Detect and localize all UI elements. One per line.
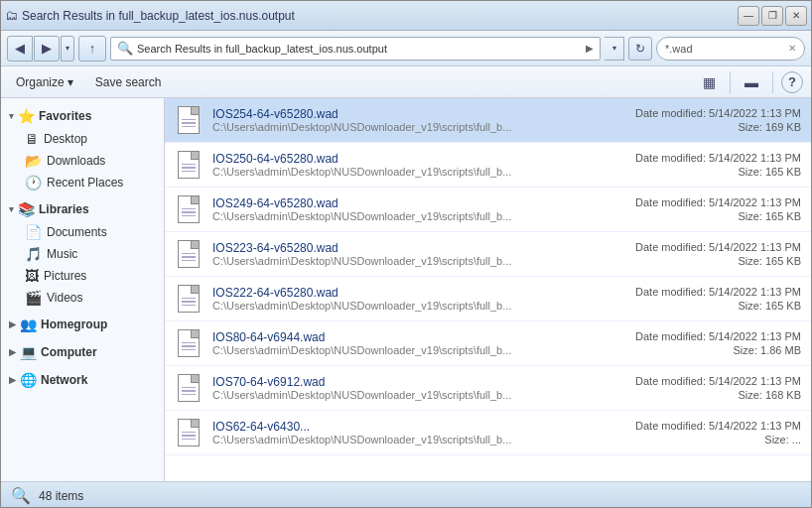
- file-path: C:\Users\admin\Desktop\NUSDownloader_v19…: [212, 300, 625, 312]
- file-info: IOS222-64-v65280.wad C:\Users\admin\Desk…: [212, 286, 625, 312]
- homegroup-header[interactable]: ▶ 👥 Homegroup: [1, 313, 164, 336]
- file-item[interactable]: IOS249-64-v65280.wad C:\Users\admin\Desk…: [165, 188, 811, 232]
- documents-icon: 📄: [25, 224, 42, 240]
- address-field[interactable]: 🔍 Search Results in full_backup_latest_i…: [110, 37, 601, 61]
- nav-buttons: ◀ ▶ ▾: [7, 36, 74, 62]
- file-path: C:\Users\admin\Desktop\NUSDownloader_v19…: [212, 389, 625, 401]
- file-icon-inner: [178, 151, 200, 179]
- music-label: Music: [47, 247, 77, 261]
- file-name: IOS254-64-v65280.wad: [212, 107, 625, 121]
- toolbar: Organize ▾ Save search ▦ ▬ ?: [1, 66, 811, 98]
- file-item[interactable]: IOS250-64-v65280.wad C:\Users\admin\Desk…: [165, 143, 811, 188]
- file-path: C:\Users\admin\Desktop\NUSDownloader_v19…: [212, 255, 625, 267]
- view-list-button[interactable]: ▬: [739, 69, 764, 95]
- file-info: IOS80-64-v6944.wad C:\Users\admin\Deskto…: [212, 330, 625, 356]
- file-item[interactable]: IOS223-64-v65280.wad C:\Users\admin\Desk…: [165, 232, 811, 277]
- file-icon: [175, 149, 203, 181]
- computer-header[interactable]: ▶ 💻 Computer: [1, 340, 164, 364]
- file-size: Size: 1.86 MB: [635, 344, 801, 356]
- sidebar-item-videos[interactable]: 🎬 Videos: [1, 287, 164, 309]
- file-date: Date modified: 5/14/2022 1:13 PM: [635, 196, 801, 208]
- search-value[interactable]: *.wad: [665, 43, 784, 55]
- status-search-icon: 🔍: [11, 486, 31, 505]
- documents-label: Documents: [47, 225, 107, 239]
- libraries-icon: 📚: [18, 201, 35, 217]
- organize-label: Organize: [16, 75, 65, 89]
- file-item[interactable]: IOS80-64-v6944.wad C:\Users\admin\Deskto…: [165, 321, 811, 366]
- sidebar-item-recent[interactable]: 🕐 Recent Places: [1, 172, 164, 193]
- close-button[interactable]: ✕: [785, 6, 807, 26]
- libraries-section: ▾ 📚 Libraries 📄 Documents 🎵 Music 🖼 Pict…: [1, 197, 164, 309]
- file-item[interactable]: IOS254-64-v65280.wad C:\Users\admin\Desk…: [165, 98, 811, 143]
- file-icon-lines: [182, 387, 196, 398]
- file-date: Date modified: 5/14/2022 1:13 PM: [635, 241, 801, 253]
- file-icon: [175, 327, 203, 359]
- title-bar: 🗂 Search Results in full_backup_latest_i…: [1, 1, 811, 31]
- forward-button[interactable]: ▶: [34, 36, 60, 62]
- network-expand-icon: ▶: [9, 375, 16, 385]
- organize-button[interactable]: Organize ▾: [9, 69, 80, 95]
- file-icon-inner: [178, 374, 200, 402]
- sidebar-item-documents[interactable]: 📄 Documents: [1, 221, 164, 243]
- file-meta: Date modified: 5/14/2022 1:13 PM Size: 1…: [635, 107, 801, 133]
- up-button[interactable]: ↑: [78, 36, 106, 62]
- file-item[interactable]: IOS70-64-v6912.wad C:\Users\admin\Deskto…: [165, 366, 811, 411]
- save-search-label: Save search: [95, 75, 162, 89]
- address-dropdown-button[interactable]: ▾: [605, 37, 624, 61]
- libraries-label: Libraries: [39, 202, 89, 216]
- videos-icon: 🎬: [25, 290, 42, 306]
- file-list: IOS254-64-v65280.wad C:\Users\admin\Desk…: [165, 98, 811, 481]
- file-size: Size: ...: [635, 434, 801, 445]
- favorites-header[interactable]: ▾ ⭐ Favorites: [1, 104, 164, 128]
- window-icon: 🗂: [5, 8, 18, 23]
- back-button[interactable]: ◀: [7, 36, 33, 62]
- file-info: IOS70-64-v6912.wad C:\Users\admin\Deskto…: [212, 375, 625, 401]
- file-date: Date modified: 5/14/2022 1:13 PM: [635, 330, 801, 342]
- search-clear-button[interactable]: ✕: [788, 43, 796, 54]
- help-button[interactable]: ?: [781, 71, 803, 93]
- recent-icon: 🕐: [25, 175, 42, 190]
- sidebar-item-downloads[interactable]: 📂 Downloads: [1, 150, 164, 172]
- file-item[interactable]: IOS62-64-v6430... C:\Users\admin\Desktop…: [165, 411, 811, 455]
- file-date: Date modified: 5/14/2022 1:13 PM: [635, 107, 801, 119]
- pictures-label: Pictures: [44, 269, 86, 283]
- desktop-label: Desktop: [44, 132, 87, 146]
- file-icon: [175, 104, 203, 136]
- address-arrow-icon: ▶: [586, 43, 594, 54]
- libraries-header[interactable]: ▾ 📚 Libraries: [1, 197, 164, 221]
- network-section: ▶ 🌐 Network: [1, 368, 164, 392]
- minimize-button[interactable]: —: [738, 6, 759, 26]
- file-date: Date modified: 5/14/2022 1:13 PM: [635, 152, 801, 164]
- title-bar-left: 🗂 Search Results in full_backup_latest_i…: [5, 8, 295, 23]
- search-box: *.wad ✕: [656, 37, 805, 61]
- view-toggle-button[interactable]: ▦: [696, 69, 722, 95]
- file-item[interactable]: IOS222-64-v65280.wad C:\Users\admin\Desk…: [165, 277, 811, 321]
- sidebar: ▾ ⭐ Favorites 🖥 Desktop 📂 Downloads 🕐 Re…: [1, 98, 165, 481]
- network-header[interactable]: ▶ 🌐 Network: [1, 368, 164, 392]
- sidebar-item-pictures[interactable]: 🖼 Pictures: [1, 265, 164, 287]
- nav-dropdown-button[interactable]: ▾: [61, 36, 74, 62]
- main-layout: ▾ ⭐ Favorites 🖥 Desktop 📂 Downloads 🕐 Re…: [1, 98, 811, 481]
- recent-label: Recent Places: [47, 176, 123, 190]
- file-info: IOS62-64-v6430... C:\Users\admin\Desktop…: [212, 420, 625, 445]
- sidebar-item-music[interactable]: 🎵 Music: [1, 243, 164, 265]
- homegroup-label: Homegroup: [41, 318, 107, 331]
- file-size: Size: 168 KB: [635, 389, 801, 401]
- file-name: IOS222-64-v65280.wad: [212, 286, 625, 300]
- file-icon-lines: [182, 298, 196, 309]
- sidebar-item-desktop[interactable]: 🖥 Desktop: [1, 128, 164, 150]
- favorites-label: Favorites: [39, 109, 91, 123]
- libraries-expand-icon: ▾: [9, 204, 14, 214]
- file-icon: [175, 238, 203, 270]
- maximize-button[interactable]: ❐: [761, 6, 783, 26]
- file-icon: [175, 417, 203, 448]
- computer-section: ▶ 💻 Computer: [1, 340, 164, 364]
- refresh-button[interactable]: ↻: [628, 37, 652, 61]
- file-icon-inner: [178, 419, 200, 446]
- window-controls: — ❐ ✕: [738, 6, 807, 26]
- save-search-button[interactable]: Save search: [88, 69, 169, 95]
- favorites-icon: ⭐: [18, 108, 35, 124]
- file-name: IOS223-64-v65280.wad: [212, 241, 625, 255]
- file-meta: Date modified: 5/14/2022 1:13 PM Size: 1…: [635, 375, 801, 401]
- address-text: Search Results in full_backup_latest_ios…: [137, 43, 582, 55]
